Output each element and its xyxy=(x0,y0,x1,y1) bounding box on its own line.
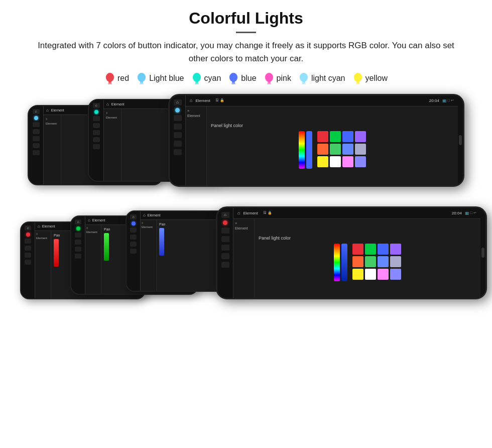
color-label: light cyan xyxy=(311,74,345,83)
color-label: yellow xyxy=(365,74,388,83)
color-label: Light blue xyxy=(149,74,184,83)
bulb-icon xyxy=(264,72,275,85)
svg-rect-6 xyxy=(140,83,144,84)
color-label: blue xyxy=(241,74,256,83)
color-label: cyan xyxy=(204,74,221,83)
bulb-icon xyxy=(228,72,239,85)
svg-rect-14 xyxy=(231,83,235,84)
color-item: Light blue xyxy=(136,72,184,85)
svg-rect-10 xyxy=(195,83,199,84)
bottom-device-large: ⌂ ⌂ Element 🖫 🔒 20:04 xyxy=(216,206,487,299)
color-label: pink xyxy=(277,74,291,83)
color-item: light cyan xyxy=(298,72,345,85)
color-item: yellow xyxy=(352,72,388,85)
color-indicators-row: red Light blue cyan blue pink light cyan xyxy=(104,72,388,85)
bulb-icon xyxy=(298,72,309,85)
devices-section: ⌂ ⌂ Element xyxy=(20,94,472,324)
color-item: cyan xyxy=(191,72,221,85)
color-item: blue xyxy=(228,72,256,85)
svg-rect-26 xyxy=(356,83,360,84)
description-text: Integrated with 7 colors of button indic… xyxy=(28,39,464,66)
svg-rect-2 xyxy=(108,83,112,84)
top-device-large: ⌂ ⌂ Element 🖫 🔒 20:04 xyxy=(168,94,464,187)
color-item: pink xyxy=(264,72,291,85)
color-item: red xyxy=(104,72,129,85)
page-title: Colorful Lights xyxy=(189,9,303,28)
bulb-icon xyxy=(104,72,115,85)
page: Colorful Lights Integrated with 7 colors… xyxy=(0,0,492,448)
bulb-icon xyxy=(191,72,202,85)
title-divider xyxy=(236,32,256,33)
top-device-row: ⌂ ⌂ Element xyxy=(20,94,472,199)
svg-rect-18 xyxy=(267,83,271,84)
bulb-icon xyxy=(352,72,363,85)
bulb-icon xyxy=(136,72,147,85)
bottom-device-row: ⌂ ⌂ Element 🖫 xyxy=(20,206,472,324)
color-label: red xyxy=(117,74,129,83)
svg-rect-22 xyxy=(302,83,306,84)
